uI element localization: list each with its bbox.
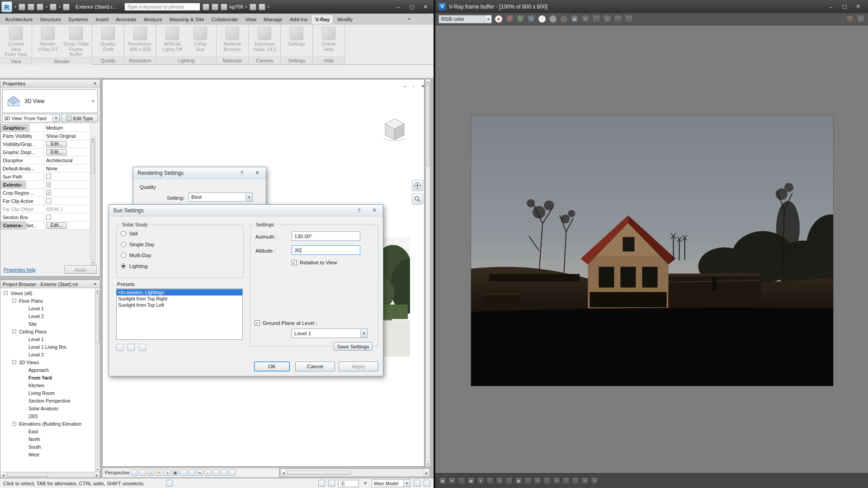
view-close-icon[interactable] xyxy=(420,83,425,89)
revit-app-button[interactable]: R xyxy=(1,1,12,12)
scrollbar-thumb[interactable] xyxy=(7,473,48,477)
property-checkbox-icon[interactable] xyxy=(46,215,51,220)
ribbon-panel-label[interactable]: View xyxy=(0,57,32,65)
blue-channel-icon[interactable] xyxy=(527,15,535,23)
properties-scrollbar[interactable] xyxy=(90,136,95,265)
selection-count-field[interactable]: :0 xyxy=(338,480,359,487)
save-channels-icon[interactable] xyxy=(448,477,456,484)
ribbon-button[interactable]: Resolution: 800 x 600 xyxy=(127,26,154,52)
type-selector[interactable]: 3D View ▼ xyxy=(2,89,98,113)
alpha-channel-icon[interactable] xyxy=(538,15,546,23)
ribbon-panel-label[interactable]: Camera xyxy=(249,56,280,64)
properties-header[interactable]: Properties xyxy=(0,80,100,88)
browser-horizontal-scrollbar[interactable] xyxy=(0,472,100,478)
browser-tree-item[interactable]: West xyxy=(0,450,100,458)
selection-filter-icon[interactable] xyxy=(362,480,368,487)
browser-tree-item[interactable]: East xyxy=(0,427,100,435)
altitude-input[interactable]: 35 xyxy=(292,245,360,255)
tree-expander-icon[interactable] xyxy=(12,329,16,333)
property-value[interactable]: Medium xyxy=(44,125,90,131)
project-browser-header[interactable]: Project Browser - Exterior (Start).rvt xyxy=(0,280,100,288)
apply-button[interactable]: Apply xyxy=(64,265,97,274)
solar-study-option[interactable]: Lighting xyxy=(116,261,244,272)
dialog-help-icon[interactable] xyxy=(354,206,363,214)
open-icon[interactable] xyxy=(19,4,25,10)
radio-icon[interactable] xyxy=(121,242,126,247)
browser-tree-item[interactable]: From Yard xyxy=(0,374,100,381)
combo-caret-icon[interactable] xyxy=(245,193,252,201)
steering-wheel-icon[interactable] xyxy=(412,180,423,191)
rendering-settings-titlebar[interactable]: Rendering Settings xyxy=(133,167,266,179)
ribbon-tab[interactable]: Massing & Site xyxy=(166,15,208,24)
browser-tree-item[interactable]: Level 2 xyxy=(0,312,100,320)
delete-preset-icon[interactable] xyxy=(139,344,146,351)
exclude-options-icon[interactable] xyxy=(414,480,420,487)
property-row[interactable]: Section Box xyxy=(1,213,90,221)
ribbon-button[interactable]: Online Help xyxy=(315,26,342,52)
stop-render-icon[interactable] xyxy=(846,15,854,23)
help-caret-icon[interactable]: ▾ xyxy=(268,5,269,9)
save-icon[interactable] xyxy=(28,4,34,10)
view-selector-combo[interactable]: 3D View: From Yard xyxy=(2,114,60,122)
property-value[interactable] xyxy=(44,190,90,195)
ribbon-tab[interactable]: Architecture xyxy=(1,15,36,24)
tree-expander-icon[interactable] xyxy=(4,291,8,295)
radio-icon[interactable] xyxy=(121,263,126,269)
zoom-icon[interactable] xyxy=(412,193,423,205)
subscription-icon[interactable] xyxy=(212,4,218,10)
browser-tree-item[interactable]: Living Room xyxy=(0,389,100,397)
combo-caret-icon[interactable] xyxy=(485,15,491,23)
property-value[interactable]: Show Original xyxy=(44,133,90,139)
ribbon-tab[interactable]: View xyxy=(241,15,260,24)
exposure-icon[interactable] xyxy=(553,477,560,484)
minimize-button[interactable] xyxy=(824,2,838,12)
ribbon-button[interactable]: Material Browser xyxy=(219,26,246,52)
scroll-down-icon[interactable] xyxy=(426,461,430,466)
ribbon-tab[interactable]: Insert xyxy=(92,15,112,24)
clear-buffer-icon[interactable] xyxy=(467,477,475,484)
exchange-apps-icon[interactable] xyxy=(250,4,256,10)
combo-caret-icon[interactable] xyxy=(360,329,367,338)
ribbon-button[interactable]: Render V-Ray RT xyxy=(34,26,61,52)
project-browser-close-icon[interactable] xyxy=(92,282,98,286)
property-value[interactable] xyxy=(44,182,90,187)
ribbon-button[interactable]: Artificial Lights Off xyxy=(159,26,186,52)
editable-only-icon[interactable] xyxy=(318,480,325,487)
tree-expander-icon[interactable] xyxy=(12,360,16,364)
cancel-button[interactable]: Cancel xyxy=(295,361,335,371)
sign-in-icon[interactable] xyxy=(221,4,227,10)
scroll-right-icon[interactable] xyxy=(424,469,429,476)
property-checkbox-icon[interactable] xyxy=(46,198,51,203)
compare-vertical-icon[interactable] xyxy=(591,477,598,484)
edit-type-button[interactable]: Edit Type xyxy=(61,114,98,122)
worksharing-icon[interactable] xyxy=(166,480,173,487)
ground-plane-row[interactable]: Ground Plane at Level : xyxy=(255,320,317,326)
view-restore-icon[interactable] xyxy=(411,83,417,89)
ribbon-panel-label[interactable]: Settings xyxy=(281,56,312,64)
property-value[interactable] xyxy=(44,198,90,203)
property-row[interactable]: Parts Visibility Show Original xyxy=(1,132,90,140)
pixel-info-icon[interactable] xyxy=(614,15,622,23)
ribbon-panel-label[interactable]: Quality xyxy=(92,56,124,64)
view-minimize-icon[interactable] xyxy=(402,83,408,89)
press-drag-icon[interactable] xyxy=(424,480,430,487)
show-stamp-icon[interactable] xyxy=(439,477,446,484)
red-channel-icon[interactable] xyxy=(505,15,514,23)
redo-caret-icon[interactable]: ▾ xyxy=(59,5,61,9)
property-checkbox-icon[interactable] xyxy=(46,174,51,179)
type-selector-caret-icon[interactable]: ▼ xyxy=(91,99,95,103)
white-balance-icon[interactable] xyxy=(524,477,532,484)
color-clamp-icon[interactable] xyxy=(603,15,611,23)
ok-button[interactable]: OK xyxy=(254,361,290,371)
checkbox-icon[interactable] xyxy=(255,320,260,326)
temporary-hide-isolate-icon[interactable] xyxy=(196,469,203,476)
radio-icon[interactable] xyxy=(121,253,126,258)
browser-tree-item[interactable]: Ceiling Plans xyxy=(0,328,100,335)
view-clamped-colors-icon[interactable] xyxy=(505,477,513,484)
save-image-icon[interactable] xyxy=(571,15,579,23)
show-crop-region-icon[interactable] xyxy=(180,469,187,476)
sun-path-icon[interactable] xyxy=(156,469,162,476)
property-row[interactable]: Graphic Displ... Edit... xyxy=(1,148,90,156)
property-checkbox-icon[interactable] xyxy=(46,190,51,195)
browser-tree-item[interactable]: Solar Analysis xyxy=(0,404,100,412)
